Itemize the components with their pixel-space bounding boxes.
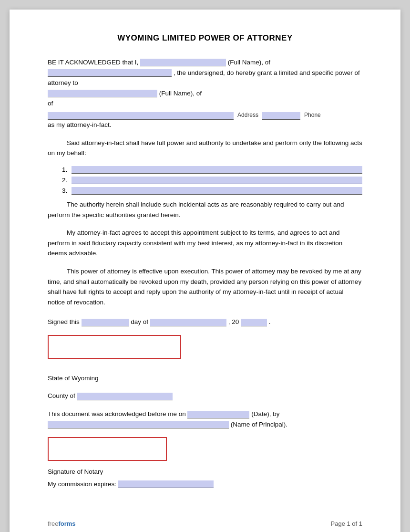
day-of-text: day of	[131, 318, 148, 325]
name-of-principal-label: (Name of Principal).	[231, 421, 287, 428]
full-name-label: (Full Name), of	[228, 59, 270, 66]
be-it-acknowledged-text: BE IT ACKNOWLEDGED that I,	[48, 59, 138, 66]
signed-month-field[interactable]	[150, 319, 226, 326]
act-field-3[interactable]	[72, 187, 362, 195]
act-field-1[interactable]	[72, 166, 362, 174]
act-item-2: 2.	[62, 177, 362, 184]
ack-date-field[interactable]	[187, 411, 249, 418]
date-label-text: (Date), by	[251, 410, 279, 417]
address-phone-row: Address Phone	[48, 111, 362, 120]
brand-forms: forms	[58, 520, 75, 527]
brand-free: free	[48, 520, 58, 527]
commission-field[interactable]	[118, 480, 214, 488]
grantor-address-field[interactable]	[48, 69, 172, 77]
attorney-name-field[interactable]	[48, 90, 157, 97]
acts-list: 1. 2. 3.	[62, 166, 362, 195]
page-footer: freeforms Page 1 of 1	[48, 520, 362, 527]
commission-label-text: My commission expires:	[48, 480, 116, 488]
signed-year-field[interactable]	[241, 319, 267, 326]
authority-section: Said attorney-in-fact shall have full po…	[48, 138, 362, 158]
opening-section: BE IT ACKNOWLEDGED that I, (Full Name), …	[48, 57, 362, 130]
signed-section: Signed this day of , 20 .	[48, 317, 362, 327]
commission-row: My commission expires:	[48, 479, 362, 490]
attorney-in-fact-text: as my attorney-in-fact.	[48, 121, 112, 128]
address-label-text: Address	[237, 111, 258, 120]
attorney-address-field[interactable]	[48, 112, 234, 120]
signed-this-text: Signed this	[48, 318, 80, 325]
county-field[interactable]	[77, 393, 173, 400]
act-field-2[interactable]	[72, 177, 362, 184]
phone-label-text: Phone	[304, 111, 321, 120]
acknowledged-row: This document was acknowledged before me…	[48, 409, 362, 429]
revocation-text: This power of attorney is effective upon…	[48, 268, 361, 306]
grantor-name-field[interactable]	[140, 59, 226, 66]
grantor-signature-box[interactable]	[48, 335, 181, 359]
county-of-text: County of	[48, 392, 75, 399]
act-item-1: 1.	[62, 166, 362, 174]
act-item-3: 3.	[62, 187, 362, 195]
acknowledged-text: This document was acknowledged before me…	[48, 410, 186, 417]
page-number: Page 1 of 1	[331, 520, 363, 527]
period-text: .	[269, 318, 271, 325]
notary-signature-box[interactable]	[48, 437, 167, 461]
document-page: WYOMING LIMITED POWER OF ATTORNEY BE IT …	[10, 10, 400, 532]
comma-20-text: , 20	[228, 318, 239, 325]
authority-text: Said attorney-in-fact shall have full po…	[48, 139, 362, 157]
document-title: WYOMING LIMITED POWER OF ATTORNEY	[48, 33, 362, 43]
notary-section: State of Wyoming County of This document…	[48, 373, 362, 490]
revocation-section: This power of attorney is effective upon…	[48, 266, 362, 307]
attorney-phone-field[interactable]	[262, 112, 300, 120]
incidental-text: The authority herein shall include such …	[48, 201, 344, 219]
brand-logo: freeforms	[48, 520, 76, 527]
signature-notary-label: Signature of Notary	[48, 467, 362, 477]
incidental-section: The authority herein shall include such …	[48, 199, 362, 220]
acceptance-text: My attorney-in-fact agrees to accept thi…	[48, 229, 342, 257]
attorney-full-name-label: (Full Name), of	[159, 90, 202, 97]
signed-day-field[interactable]	[82, 319, 129, 326]
principal-name-field[interactable]	[48, 421, 229, 428]
act-number-2: 2.	[62, 177, 72, 184]
acceptance-section: My attorney-in-fact agrees to accept thi…	[48, 228, 362, 259]
state-text: State of Wyoming	[48, 373, 362, 384]
county-row: County of	[48, 391, 362, 401]
act-number-3: 3.	[62, 187, 72, 194]
act-number-1: 1.	[62, 166, 72, 173]
